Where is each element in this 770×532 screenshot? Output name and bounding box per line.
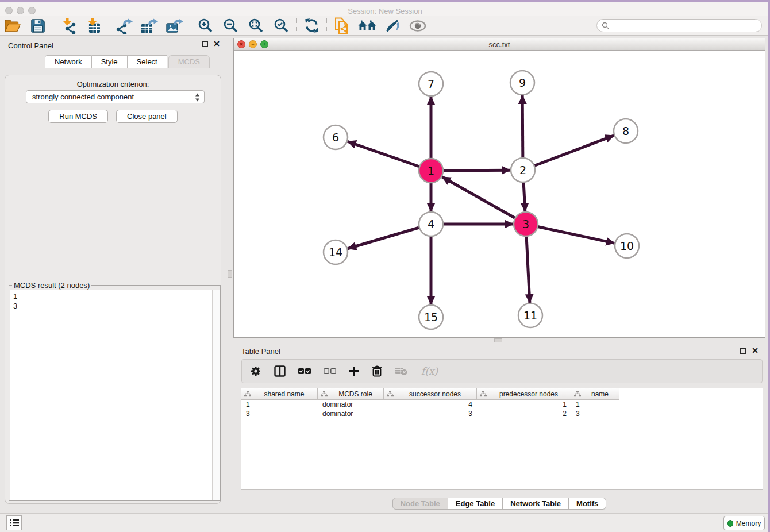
table-row[interactable]: 1dominator411: [241, 400, 763, 409]
column-settings-icon[interactable]: [250, 365, 261, 377]
table-close-panel-icon[interactable]: ✕: [752, 348, 759, 354]
table-cell[interactable]: 1: [571, 400, 619, 408]
mcds-result-scrollbar[interactable]: [212, 290, 220, 500]
memory-button[interactable]: Memory: [723, 516, 765, 530]
tab-node-table[interactable]: Node Table: [392, 498, 448, 510]
edge-3-10[interactable]: [526, 224, 614, 243]
close-panel-icon[interactable]: ✕: [213, 41, 220, 47]
tab-select[interactable]: Select: [128, 55, 167, 68]
table-panel-title: Table Panel: [241, 347, 280, 356]
column-header-MCDS-role[interactable]: MCDS role: [318, 388, 384, 400]
table-cell[interactable]: 3: [241, 410, 318, 418]
node-label-2: 2: [519, 164, 526, 176]
mcds-result-box: MCDS result (2 nodes) 13: [9, 285, 221, 501]
table-cell[interactable]: 1: [241, 400, 318, 408]
open-session-icon[interactable]: [2, 17, 23, 34]
toolbar-separator: [190, 18, 190, 33]
tab-network-table[interactable]: Network Table: [503, 498, 569, 510]
home-view-icon[interactable]: [357, 17, 378, 34]
search-input[interactable]: [596, 19, 762, 32]
column-header-successor-nodes[interactable]: successor nodes: [384, 388, 477, 400]
zoom-in-icon[interactable]: [195, 17, 215, 34]
table-cell[interactable]: 1: [477, 400, 571, 408]
tab-style[interactable]: Style: [92, 55, 128, 68]
dropdown-value: strongly connected component: [32, 92, 134, 101]
mcds-result-item[interactable]: 3: [13, 301, 209, 311]
toolbar-separator: [53, 18, 53, 33]
edge-2-8[interactable]: [523, 136, 614, 170]
table-cell[interactable]: dominator: [318, 400, 384, 408]
close-panel-button[interactable]: Close panel: [116, 110, 178, 123]
node-label-3: 3: [522, 218, 529, 230]
titlebar[interactable]: Session: New Session: [0, 2, 770, 16]
column-header-predecessor-nodes[interactable]: predecessor nodes: [477, 388, 571, 400]
tab-network[interactable]: Network: [45, 55, 92, 68]
window-title: Session: New Session: [0, 7, 770, 16]
float-panel-icon[interactable]: [202, 41, 208, 47]
zoom-out-icon[interactable]: [220, 17, 241, 34]
show-panels-button[interactable]: [6, 515, 22, 530]
node-label-10: 10: [620, 240, 634, 252]
tab-edge-table[interactable]: Edge Table: [448, 498, 503, 510]
export-network-icon[interactable]: [114, 17, 134, 34]
tab-mcds[interactable]: MCDS: [168, 55, 210, 68]
search-icon: [602, 22, 609, 29]
network-window: ✕ − + scc.txt 7968124314101511: [233, 38, 765, 338]
table-float-panel-icon[interactable]: [740, 348, 746, 354]
memory-status-icon: [727, 520, 733, 527]
optimization-criterion-label: Optimization criterion:: [5, 80, 221, 88]
node-label-14: 14: [329, 246, 342, 259]
horizontal-splitter-handle[interactable]: [494, 338, 502, 342]
node-label-1: 1: [428, 164, 434, 177]
memory-label: Memory: [736, 519, 761, 527]
mcds-result-list[interactable]: 13: [10, 290, 212, 500]
network-window-titlebar[interactable]: ✕ − + scc.txt: [234, 38, 765, 51]
network-from-selection-icon[interactable]: [332, 17, 352, 34]
node-table[interactable]: shared nameMCDS rolesuccessor nodesprede…: [241, 388, 763, 490]
table-cell[interactable]: 2: [477, 410, 571, 418]
mcds-result-title: MCDS result (2 nodes): [12, 281, 91, 290]
node-label-15: 15: [424, 311, 438, 323]
node-label-9: 9: [519, 76, 526, 89]
export-image-icon[interactable]: [164, 17, 185, 34]
import-network-icon[interactable]: [58, 17, 79, 34]
edge-3-1[interactable]: [442, 177, 526, 224]
column-header-shared-name[interactable]: shared name: [241, 388, 318, 400]
refresh-network-icon[interactable]: [301, 17, 322, 34]
save-session-icon[interactable]: [28, 17, 48, 34]
run-mcds-button[interactable]: Run MCDS: [48, 110, 108, 123]
table-column-headers: shared nameMCDS rolesuccessor nodesprede…: [241, 388, 763, 400]
node-label-11: 11: [523, 309, 537, 322]
deselect-all-icon[interactable]: [324, 368, 336, 375]
mcds-result-item[interactable]: 1: [13, 291, 209, 301]
control-panel-title: Control Panel: [8, 41, 53, 50]
table-cell[interactable]: 3: [384, 410, 477, 418]
control-panel: Control Panel ✕ NetworkStyleSelectMCDS O…: [0, 36, 226, 513]
node-label-7: 7: [428, 78, 434, 90]
table-cell[interactable]: 4: [384, 400, 477, 408]
edge-4-14[interactable]: [348, 224, 431, 249]
hide-graphics-details-icon[interactable]: [382, 17, 403, 34]
optimization-criterion-select[interactable]: strongly connected component: [26, 90, 205, 103]
node-label-8: 8: [622, 125, 629, 137]
birdseye-view-icon[interactable]: [407, 17, 428, 34]
add-column-icon[interactable]: [349, 366, 359, 376]
function-builder-icon: f(x): [420, 364, 440, 378]
zoom-selected-icon[interactable]: [271, 17, 291, 34]
split-panel-icon[interactable]: [274, 365, 286, 377]
table-cell[interactable]: 3: [571, 410, 619, 418]
edge-1-6[interactable]: [348, 141, 431, 171]
network-canvas[interactable]: 7968124314101511: [234, 51, 765, 337]
table-cell[interactable]: dominator: [318, 410, 384, 418]
delete-column-icon[interactable]: [372, 365, 382, 377]
vertical-splitter-handle[interactable]: [228, 270, 232, 278]
select-all-icon[interactable]: [298, 368, 311, 375]
table-row[interactable]: 3dominator323: [241, 409, 763, 418]
import-table-icon[interactable]: [83, 17, 104, 34]
zoom-fit-icon[interactable]: [245, 17, 266, 34]
column-header-name[interactable]: name: [571, 388, 619, 400]
export-table-icon[interactable]: [139, 17, 160, 34]
control-panel-window-icons: ✕: [202, 41, 220, 47]
list-icon: [10, 519, 19, 527]
tab-motifs[interactable]: Motifs: [569, 498, 606, 510]
